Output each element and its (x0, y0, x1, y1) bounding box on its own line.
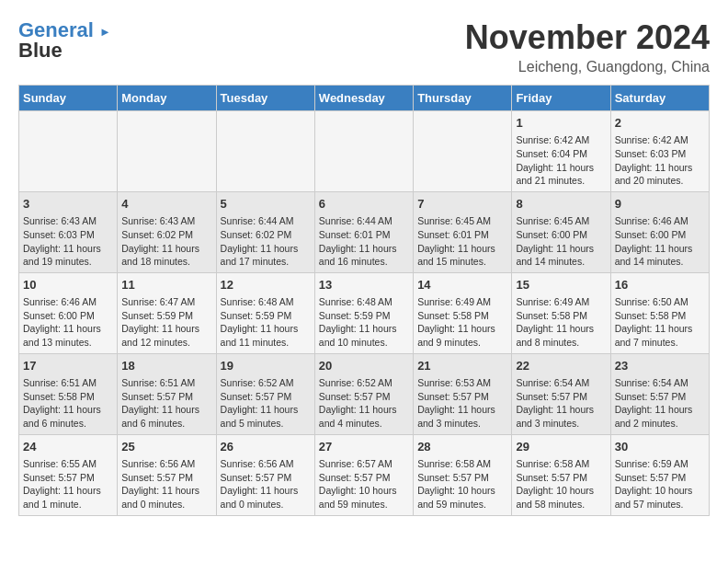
header-day-thursday: Thursday (414, 86, 512, 111)
calendar-cell: 8Sunrise: 6:45 AMSunset: 6:00 PMDaylight… (512, 191, 610, 272)
sunrise-time: Sunrise: 6:52 AM (319, 377, 392, 388)
header-day-wednesday: Wednesday (314, 86, 413, 111)
calendar-cell: 30Sunrise: 6:59 AMSunset: 5:57 PMDayligh… (610, 434, 709, 515)
daylight-hours: Daylight: 11 hours and 5 minutes. (221, 404, 299, 429)
sunset-time: Sunset: 5:58 PM (417, 310, 489, 321)
sunrise-time: Sunrise: 6:55 AM (23, 458, 97, 469)
sunset-time: Sunset: 6:02 PM (221, 229, 292, 240)
day-number: 23 (615, 358, 705, 374)
daylight-hours: Daylight: 11 hours and 15 minutes. (417, 243, 495, 268)
calendar-cell: 20Sunrise: 6:52 AMSunset: 5:57 PMDayligh… (314, 353, 413, 434)
sunset-time: Sunset: 6:02 PM (121, 229, 193, 240)
location: Leicheng, Guangdong, China (465, 59, 710, 75)
sunrise-time: Sunrise: 6:57 AM (319, 458, 392, 469)
sunset-time: Sunset: 5:57 PM (319, 391, 391, 402)
sunrise-time: Sunrise: 6:42 AM (516, 134, 589, 145)
sunset-time: Sunset: 6:03 PM (23, 229, 95, 240)
sunset-time: Sunset: 5:57 PM (221, 391, 292, 402)
calendar-cell (216, 111, 314, 192)
sunrise-time: Sunrise: 6:44 AM (319, 215, 392, 226)
calendar-cell: 22Sunrise: 6:54 AMSunset: 5:57 PMDayligh… (512, 353, 610, 434)
sunset-time: Sunset: 5:57 PM (221, 472, 292, 483)
header-row: SundayMondayTuesdayWednesdayThursdayFrid… (19, 86, 710, 111)
day-number: 28 (417, 439, 507, 455)
sunrise-time: Sunrise: 6:54 AM (516, 377, 589, 388)
header-day-monday: Monday (118, 86, 216, 111)
calendar-cell: 24Sunrise: 6:55 AMSunset: 5:57 PMDayligh… (19, 434, 118, 515)
sunset-time: Sunset: 5:57 PM (417, 391, 489, 402)
daylight-hours: Daylight: 11 hours and 3 minutes. (417, 404, 495, 429)
sunrise-time: Sunrise: 6:58 AM (516, 458, 589, 469)
daylight-hours: Daylight: 11 hours and 18 minutes. (121, 243, 199, 268)
day-number: 29 (516, 439, 606, 455)
sunrise-time: Sunrise: 6:58 AM (417, 458, 491, 469)
calendar-cell (118, 111, 216, 192)
sunset-time: Sunset: 6:00 PM (516, 229, 587, 240)
sunrise-time: Sunrise: 6:45 AM (516, 215, 589, 226)
day-number: 5 (221, 196, 311, 213)
sunset-time: Sunset: 5:57 PM (417, 472, 489, 483)
daylight-hours: Daylight: 11 hours and 0 minutes. (121, 485, 199, 510)
logo-arrow-icon: ► (99, 25, 111, 39)
logo: General ► Blue (18, 18, 111, 63)
day-number: 16 (615, 277, 705, 293)
sunrise-time: Sunrise: 6:44 AM (221, 215, 294, 226)
calendar-cell: 1Sunrise: 6:42 AMSunset: 6:04 PMDaylight… (512, 111, 610, 192)
daylight-hours: Daylight: 11 hours and 13 minutes. (23, 323, 101, 348)
day-number: 24 (23, 439, 113, 455)
daylight-hours: Daylight: 11 hours and 14 minutes. (516, 243, 594, 268)
daylight-hours: Daylight: 11 hours and 3 minutes. (516, 404, 594, 429)
sunrise-time: Sunrise: 6:46 AM (615, 215, 688, 226)
week-row: 17Sunrise: 6:51 AMSunset: 5:58 PMDayligh… (19, 353, 710, 434)
week-row: 1Sunrise: 6:42 AMSunset: 6:04 PMDaylight… (19, 111, 710, 192)
calendar-cell: 3Sunrise: 6:43 AMSunset: 6:03 PMDaylight… (19, 191, 118, 272)
calendar-cell: 12Sunrise: 6:48 AMSunset: 5:59 PMDayligh… (216, 272, 314, 353)
day-number: 26 (221, 439, 311, 455)
sunset-time: Sunset: 6:03 PM (615, 148, 687, 159)
sunset-time: Sunset: 5:57 PM (319, 472, 391, 483)
daylight-hours: Daylight: 11 hours and 10 minutes. (319, 323, 397, 348)
calendar-body: 1Sunrise: 6:42 AMSunset: 6:04 PMDaylight… (19, 111, 710, 516)
daylight-hours: Daylight: 11 hours and 7 minutes. (615, 323, 693, 348)
sunrise-time: Sunrise: 6:48 AM (319, 296, 392, 307)
calendar-cell: 5Sunrise: 6:44 AMSunset: 6:02 PMDaylight… (216, 191, 314, 272)
day-number: 9 (615, 196, 705, 213)
calendar-cell: 26Sunrise: 6:56 AMSunset: 5:57 PMDayligh… (216, 434, 314, 515)
calendar-cell: 21Sunrise: 6:53 AMSunset: 5:57 PMDayligh… (414, 353, 512, 434)
daylight-hours: Daylight: 11 hours and 11 minutes. (221, 323, 299, 348)
day-number: 30 (615, 439, 705, 455)
day-number: 27 (319, 439, 409, 455)
day-number: 21 (417, 358, 507, 374)
daylight-hours: Daylight: 11 hours and 19 minutes. (23, 243, 101, 268)
calendar-cell: 2Sunrise: 6:42 AMSunset: 6:03 PMDaylight… (610, 111, 709, 192)
calendar-cell: 25Sunrise: 6:56 AMSunset: 5:57 PMDayligh… (118, 434, 216, 515)
daylight-hours: Daylight: 11 hours and 8 minutes. (516, 323, 594, 348)
sunrise-time: Sunrise: 6:51 AM (121, 377, 195, 388)
sunrise-time: Sunrise: 6:43 AM (23, 215, 97, 226)
sunset-time: Sunset: 5:58 PM (615, 310, 687, 321)
sunset-time: Sunset: 6:00 PM (23, 310, 95, 321)
daylight-hours: Daylight: 11 hours and 6 minutes. (23, 404, 101, 429)
daylight-hours: Daylight: 11 hours and 17 minutes. (221, 243, 299, 268)
daylight-hours: Daylight: 10 hours and 57 minutes. (615, 485, 693, 510)
sunrise-time: Sunrise: 6:59 AM (615, 458, 688, 469)
daylight-hours: Daylight: 11 hours and 4 minutes. (319, 404, 397, 429)
sunset-time: Sunset: 5:57 PM (615, 472, 687, 483)
day-number: 22 (516, 358, 606, 374)
sunset-time: Sunset: 5:57 PM (23, 472, 95, 483)
sunset-time: Sunset: 6:04 PM (516, 148, 587, 159)
sunset-time: Sunset: 5:59 PM (221, 310, 292, 321)
daylight-hours: Daylight: 11 hours and 20 minutes. (615, 162, 693, 187)
calendar-cell: 11Sunrise: 6:47 AMSunset: 5:59 PMDayligh… (118, 272, 216, 353)
sunrise-time: Sunrise: 6:49 AM (417, 296, 491, 307)
header-day-tuesday: Tuesday (216, 86, 314, 111)
calendar-cell: 10Sunrise: 6:46 AMSunset: 6:00 PMDayligh… (19, 272, 118, 353)
sunrise-time: Sunrise: 6:53 AM (417, 377, 491, 388)
day-number: 18 (121, 358, 211, 374)
calendar-cell: 23Sunrise: 6:54 AMSunset: 5:57 PMDayligh… (610, 353, 709, 434)
day-number: 6 (319, 196, 409, 213)
calendar-cell: 27Sunrise: 6:57 AMSunset: 5:57 PMDayligh… (314, 434, 413, 515)
header-day-friday: Friday (512, 86, 610, 111)
calendar-cell: 28Sunrise: 6:58 AMSunset: 5:57 PMDayligh… (414, 434, 512, 515)
daylight-hours: Daylight: 11 hours and 1 minute. (23, 485, 101, 510)
